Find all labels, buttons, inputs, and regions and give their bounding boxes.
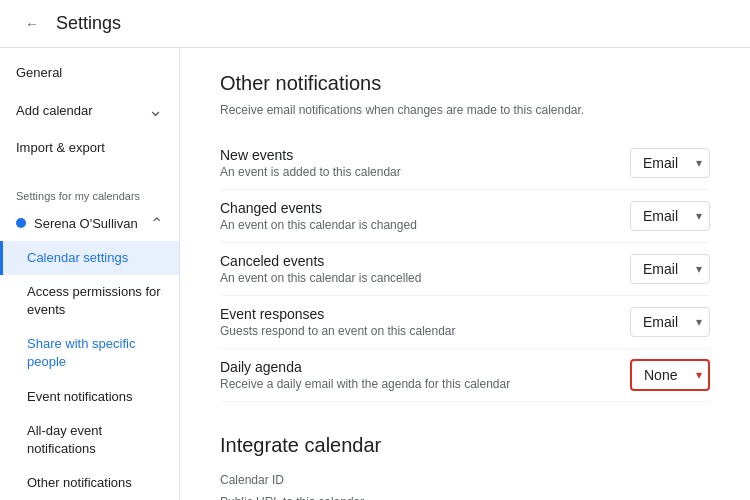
sidebar-item-general[interactable]: General xyxy=(0,56,179,90)
sidebar-item-allday-notifications[interactable]: All-day event notifications xyxy=(0,414,179,466)
notif-row-changed-events: Changed events An event on this calendar… xyxy=(220,190,710,243)
sidebar-item-other-notifications[interactable]: Other notifications xyxy=(0,466,179,500)
changed-events-desc: An event on this calendar is changed xyxy=(220,218,417,232)
new-events-select[interactable]: Email None xyxy=(630,148,710,178)
calendar-id-label: Calendar ID xyxy=(220,473,710,487)
event-responses-label: Event responses xyxy=(220,306,455,322)
back-button[interactable]: ← xyxy=(16,8,48,40)
canceled-events-desc: An event on this calendar is cancelled xyxy=(220,271,421,285)
notif-row-new-events: New events An event is added to this cal… xyxy=(220,137,710,190)
notif-row-event-responses: Event responses Guests respond to an eve… xyxy=(220,296,710,349)
integrate-title: Integrate calendar xyxy=(220,434,710,457)
sidebar: General Add calendar ⌄ Import & export S… xyxy=(0,48,180,500)
sidebar-item-event-notifications[interactable]: Event notifications xyxy=(0,380,179,414)
daily-agenda-select[interactable]: None Email xyxy=(630,359,710,391)
user-dot xyxy=(16,218,26,228)
new-events-desc: An event is added to this calendar xyxy=(220,165,401,179)
user-name: Serena O'Sullivan xyxy=(34,216,150,231)
notif-row-daily-agenda: Daily agenda Receive a daily email with … xyxy=(220,349,710,402)
daily-agenda-desc: Receive a daily email with the agenda fo… xyxy=(220,377,510,391)
other-notifications-title: Other notifications xyxy=(220,72,710,95)
sidebar-item-add-calendar[interactable]: Add calendar ⌄ xyxy=(0,90,179,131)
header: ← Settings xyxy=(0,0,750,48)
other-notifications-section: Other notifications Receive email notifi… xyxy=(220,72,710,402)
sidebar-item-import-export[interactable]: Import & export xyxy=(0,131,179,165)
changed-events-label: Changed events xyxy=(220,200,417,216)
header-title: Settings xyxy=(56,13,121,34)
event-responses-select[interactable]: Email None xyxy=(630,307,710,337)
back-arrow-icon: ← xyxy=(25,16,39,32)
changed-events-select[interactable]: Email None xyxy=(630,201,710,231)
new-events-dropdown-wrap: Email None ▾ xyxy=(630,148,710,178)
my-calendars-label: Settings for my calendars xyxy=(0,178,179,206)
main-content: Other notifications Receive email notifi… xyxy=(180,48,750,500)
sidebar-user-row[interactable]: Serena O'Sullivan ⌃ xyxy=(0,206,179,241)
sidebar-item-calendar-settings[interactable]: Calendar settings xyxy=(0,241,179,275)
public-url-label: Public URL to this calendar xyxy=(220,495,710,500)
chevron-up-icon: ⌃ xyxy=(150,214,163,233)
notif-row-canceled-events: Canceled events An event on this calenda… xyxy=(220,243,710,296)
sidebar-item-share-specific[interactable]: Share with specific people xyxy=(0,327,179,379)
body-layout: General Add calendar ⌄ Import & export S… xyxy=(0,48,750,500)
new-events-label: New events xyxy=(220,147,401,163)
canceled-events-label: Canceled events xyxy=(220,253,421,269)
changed-events-dropdown-wrap: Email None ▾ xyxy=(630,201,710,231)
chevron-down-icon: ⌄ xyxy=(148,98,163,123)
event-responses-desc: Guests respond to an event on this calen… xyxy=(220,324,455,338)
daily-agenda-label: Daily agenda xyxy=(220,359,510,375)
daily-agenda-dropdown-wrap: None Email ▾ xyxy=(630,359,710,391)
event-responses-dropdown-wrap: Email None ▾ xyxy=(630,307,710,337)
integrate-section: Integrate calendar Calendar ID Public UR… xyxy=(220,434,710,500)
canceled-events-select[interactable]: Email None xyxy=(630,254,710,284)
sidebar-item-access-permissions[interactable]: Access permissions for events xyxy=(0,275,179,327)
other-notifications-subtitle: Receive email notifications when changes… xyxy=(220,103,710,117)
canceled-events-dropdown-wrap: Email None ▾ xyxy=(630,254,710,284)
